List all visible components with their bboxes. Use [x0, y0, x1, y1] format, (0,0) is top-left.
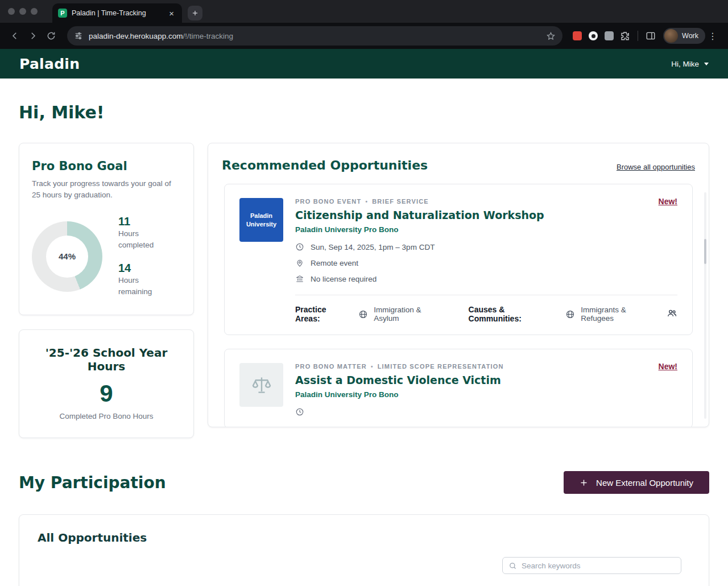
clock-icon — [295, 242, 304, 251]
red-extension-icon — [573, 31, 582, 40]
opportunity-datetime: Sun, Sep 14, 2025, 1pm – 3pm CDT — [295, 242, 544, 251]
window-zoom-button[interactable] — [31, 8, 38, 15]
goal-card-title: Pro Bono Goal — [32, 159, 181, 173]
school-year-value: 9 — [31, 380, 182, 407]
opportunity-title[interactable]: Citizenship and Naturalization Workshop — [295, 209, 544, 221]
goal-card-description: Track your progress towards your goal of… — [32, 178, 181, 200]
new-external-opportunity-label: New External Opportunity — [596, 478, 693, 488]
causes-value: Immigrants & Refugees — [581, 306, 661, 323]
bank-icon — [295, 274, 304, 283]
tab-favicon: P — [58, 9, 67, 18]
chevron-down-icon — [704, 63, 709, 65]
new-badge: New! — [659, 362, 677, 371]
reload-button[interactable] — [42, 27, 60, 45]
opportunity-type: PRO BONO EVENT — [295, 198, 361, 205]
paladin-logo: Paladin — [19, 56, 80, 72]
opportunity-logo: Paladin University — [239, 198, 283, 242]
app-header: Paladin Hi, Mike — [0, 49, 728, 79]
opportunity-title[interactable]: Assist a Domestic Violence Victim — [295, 374, 504, 386]
hours-completed-stat: 11 Hours completed — [118, 215, 167, 251]
tab-close-icon[interactable]: × — [167, 8, 176, 19]
toolbar-divider — [638, 31, 638, 41]
all-opportunities-card: All Opportunities Status ⋮ Source ⋮ Oppo… — [19, 514, 709, 586]
opportunity-type: PRO BONO MATTER — [295, 363, 367, 370]
side-panel-button[interactable] — [643, 28, 659, 44]
hours-remaining-value: 14 — [118, 262, 167, 275]
school-year-hours-card: '25-'26 School Year Hours 9 Completed Pr… — [19, 329, 194, 438]
hours-completed-label: Hours completed — [118, 228, 167, 251]
causes-label: Causes & Communities: — [469, 305, 560, 323]
my-participation-title: My Participation — [19, 473, 166, 492]
user-menu-label: Hi, Mike — [671, 60, 699, 68]
location-pin-icon — [295, 258, 304, 267]
opportunity-location: Remote event — [295, 258, 544, 267]
communities-indicator — [667, 308, 677, 320]
opportunity-service-type: LIMITED SCOPE REPRESENTATION — [378, 363, 504, 370]
recommended-title: Recommended Opportunities — [222, 158, 428, 172]
school-year-label: Completed Pro Bono Hours — [31, 412, 182, 420]
opportunity-license: No license required — [295, 274, 544, 283]
back-icon — [10, 31, 20, 41]
opportunity-content: PRO BONO EVENT • BRIEF SERVICE Citizensh… — [295, 198, 544, 283]
opportunity-content: PRO BONO MATTER • LIMITED SCOPE REPRESEN… — [295, 363, 504, 416]
profile-name: Work — [682, 32, 698, 40]
window-minimize-button[interactable] — [19, 8, 26, 15]
new-tab-button[interactable] — [188, 6, 202, 20]
browser-tab[interactable]: P Paladin | Time-Tracking × — [52, 3, 182, 23]
search-keywords-box[interactable] — [502, 557, 681, 574]
scrollbar-thumb[interactable] — [704, 239, 706, 264]
clock-icon — [295, 407, 304, 416]
license-text: No license required — [311, 275, 377, 283]
all-opportunities-title: All Opportunities — [38, 531, 709, 544]
reload-icon — [46, 31, 56, 41]
opportunity-org[interactable]: Paladin University Pro Bono — [295, 225, 544, 234]
school-year-title: '25-'26 School Year Hours — [31, 346, 182, 373]
back-button[interactable] — [6, 27, 24, 45]
browser-toolbar: paladin-dev.herokuapp.com/!/time-trackin… — [0, 23, 728, 49]
opportunity-logo — [239, 363, 283, 407]
hours-remaining-label: Hours remaining — [118, 275, 167, 298]
new-external-opportunity-button[interactable]: New External Opportunity — [564, 471, 709, 494]
browse-all-opportunities-link[interactable]: Browse all opportunities — [617, 163, 695, 171]
bookmark-star-icon[interactable] — [546, 31, 556, 41]
browser-profile-chip[interactable]: Work — [663, 28, 705, 44]
side-panel-icon — [646, 31, 656, 41]
gray-extension-icon — [605, 31, 614, 40]
location-text: Remote event — [311, 259, 358, 267]
recommended-opportunities-card: Recommended Opportunities Browse all opp… — [208, 143, 709, 427]
dot-separator: • — [371, 364, 374, 370]
goal-stats: 11 Hours completed 14 Hours remaining — [118, 215, 167, 298]
opportunity-card[interactable]: New! PRO BONO MATTER • LIMITED SCOPE REP… — [224, 349, 693, 427]
forward-icon — [28, 31, 38, 41]
practice-areas-label: Practice Areas: — [295, 305, 353, 323]
tab-title: Paladin | Time-Tracking — [72, 9, 162, 17]
page-greeting: Hi, Mike! — [19, 102, 709, 122]
new-badge: New! — [659, 197, 677, 206]
extension-password-icon[interactable] — [569, 28, 585, 44]
opportunity-card[interactable]: New! Paladin University PRO BONO EVENT •… — [224, 184, 693, 335]
opportunity-org[interactable]: Paladin University Pro Bono — [295, 390, 504, 399]
main-content: Hi, Mike! Pro Bono Goal Track your progr… — [0, 102, 728, 586]
goal-percent: 44% — [32, 221, 102, 292]
search-input[interactable] — [522, 562, 675, 570]
extension-clock-icon[interactable] — [585, 28, 601, 44]
forward-button[interactable] — [24, 27, 42, 45]
practice-areas-value: Immigration & Asylum — [374, 306, 448, 323]
search-icon — [508, 562, 517, 570]
dot-separator: • — [365, 199, 368, 205]
extension-gray-icon[interactable] — [601, 28, 617, 44]
user-menu[interactable]: Hi, Mike — [671, 60, 709, 68]
opportunity-service-type: BRIEF SERVICE — [372, 198, 429, 205]
browser-menu-button[interactable]: ⋮ — [705, 31, 720, 42]
scrollbar-track[interactable] — [704, 192, 706, 419]
window-close-button[interactable] — [8, 8, 15, 15]
puzzle-icon — [620, 31, 630, 41]
window-controls — [8, 8, 38, 15]
address-bar[interactable]: paladin-dev.herokuapp.com/!/time-trackin… — [67, 26, 562, 46]
white-circle-extension-icon — [589, 31, 598, 40]
site-info-icon[interactable] — [74, 31, 83, 40]
url-text[interactable]: paladin-dev.herokuapp.com/!/time-trackin… — [89, 32, 540, 40]
left-column: Pro Bono Goal Track your progress toward… — [19, 143, 194, 438]
goal-donut-chart: 44% — [32, 221, 102, 292]
extensions-menu-button[interactable] — [617, 28, 633, 44]
